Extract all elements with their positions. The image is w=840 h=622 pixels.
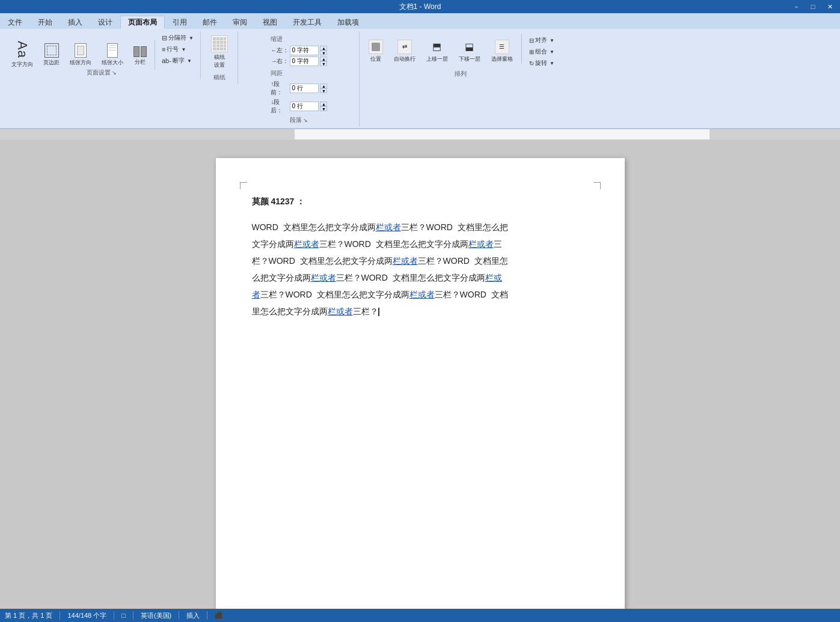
bring-forward-button[interactable]: ⬒ 上移一层 bbox=[422, 34, 452, 69]
page-setup-title: 页面设置 ↘ bbox=[87, 69, 117, 77]
spacing-before-row: ↑段前： 0 行 ▲ ▼ bbox=[271, 80, 327, 97]
tab-addons[interactable]: 加载项 bbox=[330, 16, 367, 29]
spacing-after-label: ↓段后： bbox=[271, 98, 289, 115]
send-backward-button[interactable]: ⬓ 下移一层 bbox=[455, 34, 485, 69]
line-numbers-icon: ≡ bbox=[162, 46, 165, 53]
paper-size-label: 纸张大小 bbox=[102, 59, 123, 67]
draft-icon bbox=[211, 35, 228, 52]
tab-review[interactable]: 审阅 bbox=[225, 16, 255, 29]
tab-design[interactable]: 设计 bbox=[90, 16, 120, 29]
main-area[interactable]: 莫颜 41237 ： WORD 文档里怎么把文字分成两栏或者三栏？WORD 文档… bbox=[0, 140, 840, 609]
indent-right-up[interactable]: ▲ bbox=[320, 56, 327, 61]
line-numbers-button[interactable]: ≡ 行号 ▼ bbox=[159, 44, 197, 55]
page-setup-expand[interactable]: ↘ bbox=[112, 70, 117, 76]
tab-file[interactable]: 文件 bbox=[0, 16, 30, 29]
link-1[interactable]: 栏或者 bbox=[376, 222, 401, 232]
align-icon: ⊟ bbox=[529, 37, 534, 44]
link-4[interactable]: 栏或者 bbox=[393, 256, 418, 266]
selection-pane-label: 选择窗格 bbox=[491, 55, 513, 63]
rotate-button[interactable]: ↻ 旋转 ▼ bbox=[526, 58, 557, 69]
indent-right-arrows: ▲ ▼ bbox=[320, 56, 327, 66]
selection-pane-button[interactable]: ☰ 选择窗格 bbox=[487, 34, 517, 69]
tab-bar: 文件 开始 插入 设计 页面布局 引用 邮件 审阅 视图 开发工具 加载项 bbox=[0, 13, 840, 29]
tab-view[interactable]: 视图 bbox=[255, 16, 285, 29]
link-9[interactable]: 栏或者 bbox=[328, 306, 353, 316]
position-icon bbox=[369, 40, 383, 54]
text-direction-label: 文字方向 bbox=[11, 61, 33, 69]
link-3[interactable]: 栏或者 bbox=[468, 239, 494, 249]
overtype-icon: □ bbox=[121, 612, 126, 619]
status-sep-5 bbox=[207, 611, 207, 620]
link-6[interactable]: 栏或 bbox=[485, 273, 502, 282]
arrange-title: 排列 bbox=[455, 70, 467, 78]
selection-pane-icon: ☰ bbox=[495, 40, 509, 54]
corner-mark-tr bbox=[593, 182, 601, 189]
columns-icon bbox=[133, 44, 147, 57]
text-cursor bbox=[378, 308, 379, 316]
align-label: 对齐 bbox=[535, 36, 547, 44]
separator-1 bbox=[155, 40, 155, 70]
indent-right-down[interactable]: ▼ bbox=[320, 61, 327, 66]
spacing-after-down[interactable]: ▼ bbox=[320, 106, 327, 111]
draft-settings-label: 稿纸设置 bbox=[214, 53, 225, 69]
macro-icon: ⬛ bbox=[215, 612, 223, 620]
indent-left-up[interactable]: ▲ bbox=[320, 46, 327, 50]
link-8[interactable]: 栏或者 bbox=[409, 290, 435, 299]
link-7[interactable]: 者 bbox=[252, 290, 260, 299]
indent-left-input[interactable]: 0 字符 bbox=[290, 46, 319, 55]
rotate-label: 旋转 bbox=[535, 59, 547, 67]
close-button[interactable]: ✕ bbox=[822, 1, 838, 12]
minimize-button[interactable]: － bbox=[788, 1, 804, 12]
wrap-text-icon: ⇄ bbox=[397, 40, 412, 54]
paper-size-button[interactable]: 纸张大小 bbox=[97, 40, 127, 70]
tab-references[interactable]: 引用 bbox=[165, 16, 195, 29]
spacing-before-input[interactable]: 0 行 bbox=[290, 84, 319, 93]
text-direction-button[interactable]: Aa 文字方向 bbox=[7, 38, 37, 72]
align-group-col: ⊟ 对齐 ▼ ⊞ 组合 ▼ ↻ 旋转 ▼ bbox=[526, 34, 557, 69]
breaks-button[interactable]: ⊟ 分隔符 ▼ bbox=[159, 32, 197, 43]
spacing-after-up[interactable]: ▲ bbox=[320, 102, 327, 106]
tab-start[interactable]: 开始 bbox=[30, 16, 60, 29]
spacing-before-arrows: ▲ ▼ bbox=[320, 84, 327, 93]
margins-icon bbox=[44, 43, 59, 58]
align-arrow: ▼ bbox=[550, 38, 554, 43]
document-body[interactable]: WORD 文档里怎么把文字分成两栏或者三栏？WORD 文档里怎么把 文字分成两栏… bbox=[252, 219, 589, 320]
separator-2 bbox=[521, 34, 522, 64]
hyphenation-button[interactable]: ab- 断字 ▼ bbox=[159, 55, 197, 66]
indent-header: 缩进 bbox=[271, 35, 327, 43]
indent-expand[interactable]: ↘ bbox=[303, 117, 308, 123]
title-bar: 文档1 - Word － □ ✕ bbox=[0, 0, 840, 13]
group-icon: ⊞ bbox=[529, 49, 534, 55]
link-2[interactable]: 栏或者 bbox=[294, 239, 319, 249]
ruler bbox=[0, 129, 840, 140]
group-button[interactable]: ⊞ 组合 ▼ bbox=[526, 46, 557, 57]
status-bar: 第 1 页，共 1 页 144/148 个字 □ 英语(美国) 插入 ⬛ bbox=[0, 609, 840, 622]
position-button[interactable]: 位置 bbox=[364, 34, 387, 69]
tab-layout[interactable]: 页面布局 bbox=[120, 16, 165, 29]
hyphenation-label: 断字 bbox=[173, 56, 185, 65]
margins-button[interactable]: 页边距 bbox=[39, 40, 64, 70]
orientation-button[interactable]: 纸张方向 bbox=[66, 40, 96, 70]
app-title: 文档1 - Word bbox=[399, 2, 441, 12]
maximize-button[interactable]: □ bbox=[805, 1, 821, 12]
align-button[interactable]: ⊟ 对齐 ▼ bbox=[526, 35, 557, 46]
columns-label: 分栏 bbox=[135, 58, 146, 66]
tab-devtools[interactable]: 开发工具 bbox=[285, 16, 330, 29]
draft-settings-button[interactable]: 稿纸设置 bbox=[207, 32, 232, 72]
tab-insert[interactable]: 插入 bbox=[60, 16, 90, 29]
spacing-after-input[interactable]: 0 行 bbox=[290, 102, 319, 111]
draft-title: 稿纸 bbox=[213, 73, 225, 82]
tab-mail[interactable]: 邮件 bbox=[195, 16, 225, 29]
corner-mark-tl bbox=[240, 182, 247, 189]
link-5[interactable]: 栏或者 bbox=[311, 273, 336, 282]
columns-button[interactable]: 分栏 bbox=[129, 40, 151, 70]
status-sep-2 bbox=[114, 611, 114, 620]
spacing-before-down[interactable]: ▼ bbox=[320, 88, 327, 93]
spacing-header: 间距 bbox=[271, 69, 327, 78]
spacing-before-up[interactable]: ▲ bbox=[320, 84, 327, 88]
indent-right-row: →右： 0 字符 ▲ ▼ bbox=[271, 56, 327, 66]
document-content: 莫颜 41237 ： WORD 文档里怎么把文字分成两栏或者三栏？WORD 文档… bbox=[252, 194, 589, 320]
indent-left-down[interactable]: ▼ bbox=[320, 50, 327, 55]
indent-right-input[interactable]: 0 字符 bbox=[290, 56, 319, 66]
wrap-text-button[interactable]: ⇄ 自动换行 bbox=[390, 34, 420, 69]
